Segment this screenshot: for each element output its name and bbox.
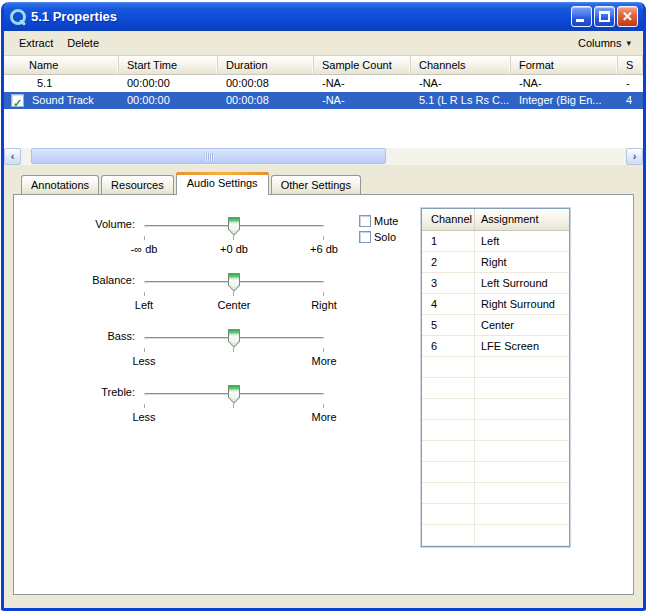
balance-slider-thumb[interactable] (228, 273, 240, 292)
track-channels-cell: 5.1 (L R Ls Rs C... (411, 92, 511, 109)
scroll-right-icon[interactable]: › (626, 148, 643, 165)
tick-label-min: Left (135, 299, 153, 311)
column-header-sample-count[interactable]: Sample Count (314, 56, 411, 75)
balance-label: Balance: (14, 274, 135, 286)
column-header-start-time[interactable]: Start Time (119, 56, 218, 75)
column-header-name[interactable]: Name (4, 56, 119, 75)
columns-dropdown-label: Columns (578, 37, 621, 49)
balance-tick-labels: Left Center Right (144, 299, 324, 313)
assignment-column-header[interactable]: Assignment (475, 209, 569, 230)
column-header-duration[interactable]: Duration (218, 56, 314, 75)
horizontal-scrollbar[interactable]: ‹ › (4, 148, 643, 165)
screenshot-root: 5.1 Properties ✕ Extract Delete Columns … (0, 0, 650, 616)
table-row[interactable]: 5.1 00:00:00 00:00:08 -NA- -NA- -NA- - (4, 75, 643, 92)
track-start-time-cell: 00:00:00 (119, 75, 218, 92)
track-duration-cell: 00:00:08 (218, 92, 314, 109)
track-name-cell: 5.1 (4, 75, 119, 92)
scrollbar-grip-icon (204, 153, 213, 161)
mute-checkbox[interactable] (359, 215, 371, 227)
channel-table-empty-rows (422, 357, 569, 546)
treble-tick-labels: Less More (144, 411, 324, 425)
channel-table-empty-row (422, 378, 569, 399)
channel-number: 6 (422, 336, 475, 356)
channel-table-empty-row (422, 399, 569, 420)
tab-annotations[interactable]: Annotations (21, 175, 99, 194)
slider-thumb-face (229, 218, 239, 235)
window-title: 5.1 Properties (31, 9, 569, 24)
tick-mark (144, 292, 145, 296)
list-item[interactable]: 4 Right Surround (422, 294, 569, 315)
columns-dropdown-button[interactable]: Columns ▾ (574, 35, 635, 51)
mute-label: Mute (374, 215, 398, 227)
tick-mark (144, 236, 145, 240)
tick-label-max: More (311, 411, 336, 423)
tab-audio-settings-label: Audio Settings (187, 177, 258, 189)
slider-thumb-face (229, 386, 239, 403)
tick-label-max: More (311, 355, 336, 367)
channel-assignment-table: Channel Assignment 1 Left 2 Right 3 Left… (421, 208, 570, 547)
track-extra-cell: - (618, 75, 643, 92)
column-header-clipped[interactable]: S (618, 56, 643, 75)
titlebar[interactable]: 5.1 Properties ✕ (4, 2, 643, 31)
solo-checkbox[interactable] (359, 231, 371, 243)
track-format-cell: Integer (Big En... (511, 92, 618, 109)
list-item[interactable]: 1 Left (422, 231, 569, 252)
channel-table-empty-row (422, 441, 569, 462)
treble-slider-thumb[interactable] (228, 385, 240, 404)
properties-window: 5.1 Properties ✕ Extract Delete Columns … (1, 2, 646, 611)
channel-table-empty-row (422, 525, 569, 546)
channel-assignment: Right Surround (475, 294, 569, 314)
tick-mark (144, 348, 145, 352)
channel-assignment: Right (475, 252, 569, 272)
tab-resources[interactable]: Resources (101, 175, 174, 194)
volume-label: Volume: (14, 218, 135, 230)
menubar: Extract Delete Columns ▾ (4, 31, 643, 56)
channel-column-header[interactable]: Channel (422, 209, 475, 230)
tick-label-min: Less (132, 411, 155, 423)
tabs-row: Annotations Resources Audio Settings Oth… (13, 171, 634, 194)
slider-thumb-face (229, 330, 239, 347)
table-row-selected[interactable]: ✓ Sound Track 00:00:00 00:00:08 -NA- 5.1… (4, 92, 643, 109)
audio-settings-panel: Volume: -∞ db +0 db +6 db Balanc (13, 194, 634, 595)
track-extra-cell: 4 (618, 92, 643, 109)
scroll-left-icon[interactable]: ‹ (4, 148, 21, 165)
minimize-button[interactable] (571, 6, 592, 27)
channel-table-empty-row (422, 504, 569, 525)
bass-label: Bass: (14, 330, 135, 342)
check-icon: ✓ (13, 97, 22, 109)
maximize-icon (599, 11, 610, 22)
tick-mark (323, 236, 324, 240)
maximize-button[interactable] (594, 6, 615, 27)
bass-slider-thumb[interactable] (228, 329, 240, 348)
channel-table-empty-row (422, 462, 569, 483)
column-header-channels[interactable]: Channels (411, 56, 511, 75)
volume-tick-labels: -∞ db +0 db +6 db (144, 243, 324, 257)
menu-item-extract[interactable]: Extract (12, 35, 60, 51)
track-table: Name Start Time Duration Sample Count Ch… (4, 56, 643, 165)
chevron-down-icon: ▾ (626, 38, 631, 48)
channel-table-empty-row (422, 483, 569, 504)
list-item[interactable]: 6 LFE Screen (422, 336, 569, 357)
scrollbar-thumb[interactable] (31, 148, 386, 164)
column-header-format[interactable]: Format (511, 56, 618, 75)
channel-assignment: Center (475, 315, 569, 335)
channel-table-empty-row (422, 420, 569, 441)
track-sample-count-cell: -NA- (314, 75, 411, 92)
channel-number: 4 (422, 294, 475, 314)
tick-label-min: -∞ db (131, 243, 158, 255)
close-button[interactable]: ✕ (617, 6, 638, 27)
channel-assignment: Left (475, 231, 569, 251)
volume-slider-thumb[interactable] (228, 217, 240, 236)
list-item[interactable]: 3 Left Surround (422, 273, 569, 294)
slider-group: Volume: -∞ db +0 db +6 db Balanc (14, 217, 354, 441)
track-enabled-checkbox[interactable]: ✓ (11, 94, 24, 107)
tab-audio-settings[interactable]: Audio Settings (176, 172, 269, 195)
tab-other-settings[interactable]: Other Settings (271, 175, 361, 194)
track-name-label: Sound Track (32, 94, 94, 106)
list-item[interactable]: 5 Center (422, 315, 569, 336)
menu-item-delete[interactable]: Delete (60, 35, 106, 51)
list-item[interactable]: 2 Right (422, 252, 569, 273)
channel-number: 2 (422, 252, 475, 272)
volume-slider-row: Volume: -∞ db +0 db +6 db (14, 217, 354, 273)
tick-mark (233, 348, 234, 352)
